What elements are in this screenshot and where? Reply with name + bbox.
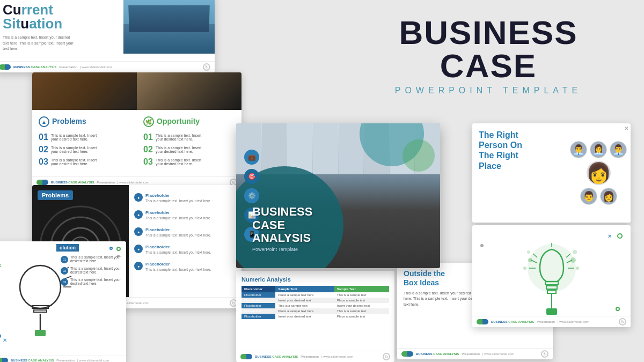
avatar-main: 👩 <box>587 161 611 185</box>
title-area: BUSINESS CASE POWERPOINT TEMPLATE <box>349 16 628 95</box>
close-rp[interactable]: ✕ <box>624 125 628 131</box>
box-description: This is a sample text. Insert your desir… <box>404 291 482 308</box>
refresh-button-ideas[interactable]: ↻ <box>619 318 626 326</box>
footer-toggle-ideas <box>477 319 488 324</box>
center-main-text: BUSINESS CASE ANALYSIS PowerPoint Templa… <box>252 205 312 252</box>
svg-point-36 <box>573 250 577 254</box>
avatar-2: 👩‍💼 <box>590 141 607 158</box>
table-row: Placeholder Place a sample text here Thi… <box>241 292 389 298</box>
svg-rect-9 <box>35 330 46 336</box>
avatar-5: 👩 <box>600 188 617 205</box>
refresh-button-num[interactable]: ↻ <box>383 353 390 360</box>
footer-toggle-2 <box>36 180 48 185</box>
rp-content: The Right Person On The Right Place 👨‍💼 … <box>472 123 631 223</box>
table-row: Placeholder Insert your desired text Pla… <box>241 298 389 303</box>
table-row: Placeholder Place a sample text here Thi… <box>241 308 389 314</box>
ideas-deco-2 <box>616 307 620 311</box>
lightbulb-item-3: 03 This is a sample text. Insert your de… <box>61 278 122 286</box>
avatar-3: 👨‍💼 <box>610 141 627 158</box>
problem-row-1: 01 This is a sample text. Insertyour des… <box>39 132 130 142</box>
col-header-1: Placeholder <box>241 286 275 292</box>
bullet-icon-1: ● <box>134 193 143 202</box>
ideas-content: ✕ <box>472 225 631 327</box>
sub-title: POWERPOINT TEMPLATE <box>349 86 628 95</box>
solution-label: olution <box>56 244 79 252</box>
slide-lightbulb[interactable]: ✕ ✕ olution 01 This is a sample t <box>0 241 126 362</box>
table-row: Placeholder Insert your desired text Pla… <box>241 314 389 319</box>
placeholder-list: ● Placeholder This is a sample text. Ins… <box>129 185 241 308</box>
numeric-title: Numeric Analysis <box>241 276 389 283</box>
slide-right-person[interactable]: ✕ The Right Person On The Right Place 👨‍… <box>472 123 631 223</box>
bullet-icon-2: ● <box>134 210 143 219</box>
svg-rect-7 <box>34 310 47 312</box>
center-icon-2: 🎯 <box>244 169 259 184</box>
svg-point-35 <box>576 267 579 270</box>
placeholder-item-4: ● Placeholder This is a sample text. Ins… <box>134 245 236 254</box>
topleft-text: This is a sample text. Insert your desir… <box>3 35 126 52</box>
slide-ideas[interactable]: ✕ <box>472 225 631 327</box>
center-title: BUSINESS CASE ANALYSIS <box>252 205 312 245</box>
col-header-2: Sample Text <box>275 286 334 292</box>
problems-title: Problems <box>52 117 86 125</box>
topleft-image <box>123 0 215 54</box>
lightbulb-content: ✕ ✕ olution 01 This is a sample t <box>0 241 126 362</box>
problems-section: ▲ Problems 01 This is a sample text. Ins… <box>32 110 137 176</box>
lightbulb-item-1: 01 This is a sample text. Insert your de… <box>61 255 122 263</box>
center-background: 💼 🎯 ⚙️ 📊 📱 BUSINESS CASE ANALYSIS PowerP… <box>236 123 440 268</box>
avatar-4: 👨 <box>580 188 597 205</box>
ideas-bulb-svg <box>498 233 605 319</box>
svg-point-5 <box>20 265 61 308</box>
lightbulb-text-section: olution 01 This is a sample text. Insert… <box>56 241 126 354</box>
problems-icon: ▲ <box>39 116 49 127</box>
slide-center-main[interactable]: 💼 🎯 ⚙️ 📊 📱 BUSINESS CASE ANALYSIS PowerP… <box>236 123 440 268</box>
lightbulb-footer: BUSINESS CASE ANALYSIS Presentation | ww… <box>0 356 126 362</box>
box-footer: BUSINESS CASE ANALYSIS Presentation | ww… <box>397 348 553 359</box>
slide-numeric[interactable]: Numeric Analysis Placeholder Sample Text… <box>236 271 394 362</box>
opportunity-section: 🌿 Opportunity 01 This is a sample text. … <box>137 110 241 176</box>
slide-problems-opportunity[interactable]: ✕ ✕ ▲ Problems 01 This is a sample text.… <box>32 72 241 188</box>
placeholder-item-1: ● Placeholder This is a sample text. Ins… <box>134 193 236 203</box>
center-subtitle: PowerPoint Template <box>252 247 312 252</box>
numeric-content: Numeric Analysis Placeholder Sample Text… <box>236 271 394 362</box>
center-icon-3: ⚙️ <box>244 188 259 203</box>
box-title: Outside the Box Ideas <box>404 269 482 287</box>
slide-topleft-inner: Current Situation This is a sample text.… <box>0 0 215 72</box>
col-header-3: Sample Text <box>334 286 389 292</box>
topleft-footer: BUSINESS CASE ANALYSIS Presentation | ww… <box>0 61 215 72</box>
rp-text: The Right Person On The Right Place <box>472 123 566 223</box>
rp-title: The Right Person On The Right Place <box>479 130 560 171</box>
footer-toggle-box <box>401 351 413 357</box>
num-icon-2: 02 <box>61 267 68 275</box>
box-text-area: Outside the Box Ideas This is a sample t… <box>404 269 482 307</box>
lightbulb-item-2: 02 This is a sample text. Insert your de… <box>61 267 122 275</box>
avatar-main-img: 👩 <box>587 161 611 185</box>
opportunity-title: Opportunity <box>157 117 200 125</box>
placeholder-item-5: ● Placeholder This is a sample text. Ins… <box>134 262 236 271</box>
avatar-row-top: 👨‍💼 👩‍💼 👨‍💼 <box>570 141 627 158</box>
svg-rect-31 <box>546 308 557 315</box>
opportunity-row-2: 02 This is a sample text. Insertyour des… <box>143 145 235 154</box>
problem-row-3: 03 This is a sample text. Insertyour des… <box>39 157 130 167</box>
slide-topleft[interactable]: Current Situation This is a sample text.… <box>0 0 215 72</box>
rp-avatars: 👨‍💼 👩‍💼 👨‍💼 👩 👨 👩 <box>566 123 631 223</box>
opportunity-icon: 🌿 <box>143 116 154 127</box>
avatar-row-bottom: 👨 👩 <box>580 188 617 205</box>
placeholder-item-3: ● Placeholder This is a sample text. Ins… <box>134 227 236 237</box>
slide-content: ▲ Problems 01 This is a sample text. Ins… <box>32 110 241 176</box>
num-icon-1: 01 <box>61 256 68 263</box>
avatar-1: 👨‍💼 <box>570 141 587 158</box>
num-icon-3: 03 <box>61 278 68 286</box>
bullet-icon-4: ● <box>134 245 143 253</box>
ideas-deco-1 <box>617 233 623 239</box>
center-icon-1: 💼 <box>244 150 259 165</box>
svg-point-33 <box>523 267 526 270</box>
numeric-footer: BUSINESS CASE ANALYSIS Presentation | ww… <box>236 351 394 362</box>
data-table: Placeholder Sample Text Sample Text Plac… <box>241 286 389 319</box>
refresh-button[interactable]: ↻ <box>203 63 210 71</box>
opportunity-row-3: 03 This is a sample text. Insertyour des… <box>143 157 235 167</box>
refresh-button-box[interactable]: ↻ <box>541 350 548 358</box>
main-title: BUSINESS CASE <box>349 16 628 83</box>
footer-toggle-lb <box>0 358 8 362</box>
ideas-x-1: ✕ <box>608 233 612 239</box>
table-row: Placeholder This is a sample text Insert… <box>241 303 389 308</box>
